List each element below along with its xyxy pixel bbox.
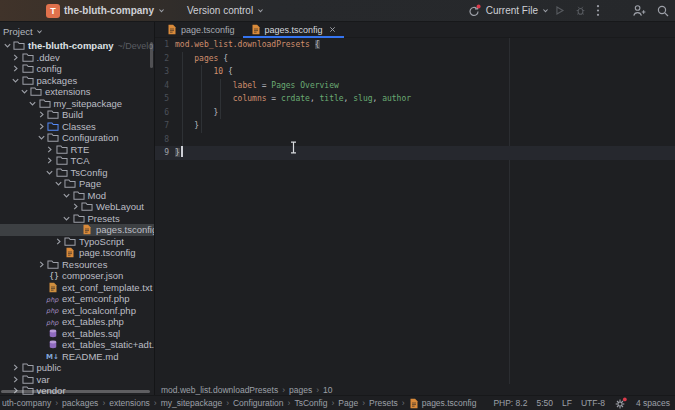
tree-item-build[interactable]: Build xyxy=(0,109,154,121)
tree-item-var[interactable]: var xyxy=(0,374,154,386)
chevron-right-icon[interactable] xyxy=(36,260,46,269)
chevron-right-icon[interactable] xyxy=(36,122,46,131)
line-number[interactable]: 1 xyxy=(155,38,175,52)
more-actions-icon[interactable] xyxy=(596,4,600,17)
line-number[interactable]: 6 xyxy=(155,106,175,120)
tree-item-presets[interactable]: Presets xyxy=(0,213,154,225)
chevron-down-icon[interactable] xyxy=(19,87,29,96)
tree-item-tsconfig[interactable]: TsConfig xyxy=(0,167,154,179)
chevron-right-icon[interactable] xyxy=(45,156,55,165)
tree-item-ext-tables-php[interactable]: phpext_tables.php xyxy=(0,316,154,328)
tree-item-typoscript[interactable]: TypoScript xyxy=(0,236,154,248)
breadcrumb-packages[interactable]: packages xyxy=(62,398,98,408)
code-line-5[interactable]: 5 columns = crdate, title, slug, author xyxy=(155,92,675,106)
breadcrumb-tsconfig[interactable]: TsConfig xyxy=(294,398,327,408)
code-line-7[interactable]: 7 } xyxy=(155,119,675,133)
chevron-down-icon[interactable] xyxy=(62,214,72,223)
chevron-down-icon[interactable] xyxy=(11,76,21,85)
chevron-right-icon[interactable] xyxy=(45,145,55,154)
close-icon[interactable] xyxy=(329,26,336,33)
chevron-down-icon[interactable] xyxy=(62,191,72,200)
line-number[interactable]: 4 xyxy=(155,79,175,93)
code-with-me-icon[interactable] xyxy=(632,4,646,17)
tree-item-ext-emconf-php[interactable]: phpext_emconf.php xyxy=(0,293,154,305)
code-line-1[interactable]: 1mod.web_list.downloadPresets { xyxy=(155,38,675,52)
tree-item-page-tsconfig[interactable]: page.tsconfig xyxy=(0,247,154,259)
breadcrumb-extensions[interactable]: extensions xyxy=(109,398,150,408)
tree-item-public[interactable]: public xyxy=(0,362,154,374)
php-version[interactable]: PHP: 8.2 xyxy=(493,398,527,408)
tab-page-tsconfig[interactable]: page.tsconfig xyxy=(159,22,243,37)
tree-item-the-bluth-company[interactable]: the-bluth-company~/Development/the-bluth xyxy=(0,40,154,52)
run-configuration-selector[interactable]: Current File xyxy=(486,5,549,16)
chevron-down-icon[interactable] xyxy=(28,99,38,108)
chevron-right-icon[interactable] xyxy=(11,53,21,62)
breadcrumb-pages-tsconfig[interactable]: pages.tsconfig xyxy=(409,398,477,409)
version-control-selector[interactable]: Version control xyxy=(187,5,264,16)
line-number[interactable]: 8 xyxy=(155,133,175,147)
tab-pages-tsconfig[interactable]: pages.tsconfig xyxy=(243,22,344,37)
line-number[interactable]: 5 xyxy=(155,92,175,106)
chevron-right-icon[interactable] xyxy=(11,64,21,73)
breadcrumb-pages[interactable]: pages xyxy=(289,385,312,395)
code-line-3[interactable]: 3 10 { xyxy=(155,65,675,79)
chevron-right-icon[interactable] xyxy=(53,237,63,246)
code-line-8[interactable]: 8 xyxy=(155,133,675,147)
update-notification-icon[interactable] xyxy=(467,4,481,18)
debug-button-icon[interactable] xyxy=(575,5,586,16)
code-line-6[interactable]: 6 } xyxy=(155,106,675,120)
tree-item-resources[interactable]: Resources xyxy=(0,259,154,271)
tree-item-configuration[interactable]: Configuration xyxy=(0,132,154,144)
tree-item-pages-tsconfig[interactable]: pages.tsconfig xyxy=(0,224,154,236)
tree-item-ext-tables-static-adt-sql[interactable]: ext_tables_static+adt.sql xyxy=(0,339,154,351)
tree-item-mod[interactable]: Mod xyxy=(0,190,154,202)
tree-item-weblayout[interactable]: WebLayout xyxy=(0,201,154,213)
chevron-down-icon[interactable] xyxy=(53,179,63,188)
tree-item-ddev[interactable]: .ddev xyxy=(0,52,154,64)
chevron-right-icon[interactable] xyxy=(11,375,21,384)
run-button-icon[interactable] xyxy=(554,5,565,16)
search-everywhere-icon[interactable] xyxy=(656,4,670,18)
breadcrumb-10[interactable]: 10 xyxy=(323,385,332,395)
chevron-down-icon[interactable] xyxy=(45,168,55,177)
chevron-right-icon[interactable] xyxy=(70,202,80,211)
tree-item-page[interactable]: Page xyxy=(0,178,154,190)
breadcrumb-presets[interactable]: Presets xyxy=(369,398,398,408)
tree-item-extensions[interactable]: extensions xyxy=(0,86,154,98)
tree-item-config[interactable]: config xyxy=(0,63,154,75)
tree-item-rte[interactable]: RTE xyxy=(0,144,154,156)
project-horizontal-scrollbar[interactable] xyxy=(1,390,150,393)
breadcrumb-my-sitepackage[interactable]: my_sitepackage xyxy=(161,398,222,408)
tree-item-ext-conf-template-txt[interactable]: ext_conf_template.txt xyxy=(0,282,154,294)
project-tool-window-header[interactable]: Project xyxy=(0,22,154,40)
breadcrumb-page[interactable]: Page xyxy=(338,398,358,408)
caret-position[interactable]: 5:50 xyxy=(536,398,553,408)
breadcrumb-uth-company[interactable]: uth-company xyxy=(2,398,51,408)
tree-item-my-sitepackage[interactable]: my_sitepackage xyxy=(0,98,154,110)
line-number[interactable]: 2 xyxy=(155,52,175,66)
line-number[interactable]: 7 xyxy=(155,119,175,133)
indent-setting[interactable]: 4 spaces xyxy=(636,398,670,408)
code-line-2[interactable]: 2 pages { xyxy=(155,52,675,66)
code-line-9[interactable]: 9} xyxy=(155,146,675,160)
breadcrumb-configuration[interactable]: Configuration xyxy=(233,398,284,408)
tree-item-packages[interactable]: packages xyxy=(0,75,154,87)
chevron-right-icon[interactable] xyxy=(11,363,21,372)
settings-gear-icon[interactable] xyxy=(614,397,627,410)
editor[interactable]: 1mod.web_list.downloadPresets {2 pages {… xyxy=(155,38,675,384)
project-selector[interactable]: T the-bluth-company xyxy=(46,4,165,18)
line-separator[interactable]: LF xyxy=(562,398,572,408)
tree-item-classes[interactable]: Classes xyxy=(0,121,154,133)
chevron-down-icon[interactable] xyxy=(2,41,12,50)
tree-item-composer-json[interactable]: {}composer.json xyxy=(0,270,154,282)
project-vertical-scrollbar[interactable] xyxy=(150,42,153,68)
tree-item-readme-md[interactable]: M↓README.md xyxy=(0,351,154,363)
chevron-right-icon[interactable] xyxy=(36,110,46,119)
breadcrumb-mod-web-list-downloadpresets[interactable]: mod.web_list.downloadPresets xyxy=(161,385,278,395)
file-encoding[interactable]: UTF-8 xyxy=(581,398,605,408)
tree-item-ext-localconf-php[interactable]: phpext_localconf.php xyxy=(0,305,154,317)
code-line-4[interactable]: 4 label = Pages Overview xyxy=(155,79,675,93)
chevron-down-icon[interactable] xyxy=(36,133,46,142)
line-number[interactable]: 3 xyxy=(155,65,175,79)
tree-item-ext-tables-sql[interactable]: ext_tables.sql xyxy=(0,328,154,340)
